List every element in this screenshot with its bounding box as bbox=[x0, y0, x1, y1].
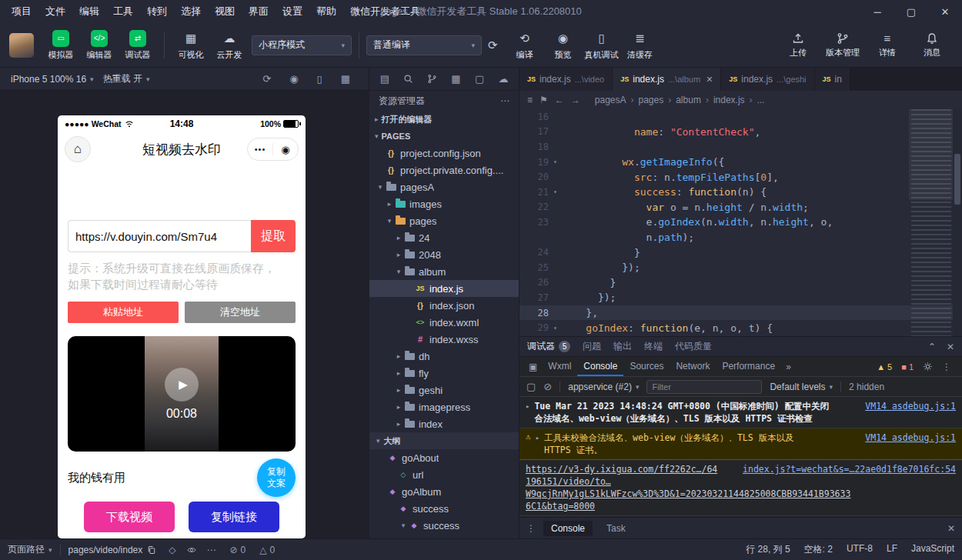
tree-item[interactable]: ▸ images bbox=[369, 195, 519, 212]
copy-path-icon[interactable] bbox=[147, 545, 156, 555]
close-minimize-button[interactable]: ◉ bbox=[273, 144, 298, 155]
remote-debug-action[interactable]: ▯ 真机调试 bbox=[583, 30, 621, 61]
compile-select[interactable]: 普通编译 ▾ bbox=[366, 35, 482, 55]
cursor-position[interactable]: 行 28, 列 5 bbox=[746, 543, 790, 556]
clear-address-button[interactable]: 清空地址 bbox=[185, 302, 296, 323]
language-mode[interactable]: JavaScript bbox=[911, 543, 954, 556]
console-filter-input[interactable]: Filter bbox=[646, 380, 762, 394]
device-select[interactable]: iPhone 5 100% 16 ▾ bbox=[6, 74, 99, 85]
minimap-viewport[interactable] bbox=[909, 109, 954, 200]
more-horizontal-icon[interactable]: ⋯ bbox=[207, 545, 216, 555]
copy-link-button[interactable]: 复制链接 bbox=[189, 502, 279, 532]
tree-item[interactable]: <> index.wxml bbox=[369, 314, 519, 331]
video-player[interactable]: ▶ 00:08 bbox=[68, 336, 296, 452]
editor-tab[interactable]: JS index.js ...\geshi bbox=[721, 68, 814, 91]
warning-counter[interactable]: △ 0 bbox=[259, 545, 275, 555]
source-control-icon[interactable] bbox=[426, 74, 439, 84]
close-button[interactable]: ✕ bbox=[928, 0, 962, 23]
mode-select[interactable]: 小程序模式 ▾ bbox=[252, 35, 352, 55]
paste-address-button[interactable]: 粘贴地址 bbox=[68, 302, 179, 323]
editor-tab[interactable]: JS index.js ...\video bbox=[519, 68, 613, 91]
tree-item[interactable]: ▸ fly bbox=[369, 365, 519, 382]
warning-count[interactable]: ▲5 bbox=[877, 362, 892, 372]
editor-tab[interactable]: JS in bbox=[815, 68, 850, 91]
menu-item[interactable]: 设置 bbox=[276, 5, 309, 18]
compile-action[interactable]: ⟲ 编译 bbox=[506, 30, 544, 61]
tree-item[interactable]: ▾ album bbox=[369, 263, 519, 280]
search-icon[interactable] bbox=[403, 74, 415, 84]
simulator-toggle[interactable]: ▭ 模拟器 bbox=[42, 30, 80, 61]
devtools-tab[interactable]: Console bbox=[577, 357, 623, 376]
close-tab-icon[interactable]: ✕ bbox=[706, 75, 713, 85]
grid-icon[interactable]: ▦ bbox=[449, 73, 462, 85]
outline-item[interactable]: ◇ url bbox=[369, 466, 519, 483]
tree-item[interactable]: {} project.config.json bbox=[369, 145, 519, 162]
outline-item[interactable]: ◆ goAlbum bbox=[369, 483, 519, 500]
tree-item[interactable]: ▾ pagesA bbox=[369, 178, 519, 195]
settings-gear-icon[interactable] bbox=[923, 362, 933, 372]
page-path-select[interactable]: 页面路径 ▾ bbox=[8, 543, 52, 556]
forward-icon[interactable]: → bbox=[571, 95, 580, 105]
menu-item[interactable]: 工具 bbox=[106, 5, 140, 18]
hot-reload-select[interactable]: 热重载 开 ▾ bbox=[99, 72, 155, 85]
menu-item[interactable]: 视图 bbox=[208, 5, 242, 18]
download-video-button[interactable]: 下载视频 bbox=[84, 502, 175, 532]
window-icon[interactable]: ▢ bbox=[473, 73, 486, 85]
devtools-tab[interactable]: Network bbox=[670, 357, 716, 376]
current-page-path[interactable]: pages/video/index bbox=[68, 545, 157, 555]
menu-item[interactable]: 文件 bbox=[38, 5, 72, 18]
menu-item[interactable]: 项目 bbox=[5, 5, 38, 18]
cloud-icon[interactable]: ☁ bbox=[497, 73, 509, 85]
devtools-tab[interactable]: Sources bbox=[623, 357, 670, 376]
refresh-compile-icon[interactable]: ⟳ bbox=[488, 38, 498, 52]
breadcrumb-item[interactable]: index.js bbox=[713, 95, 745, 105]
source-link[interactable]: VM14 asdebug.js:1 bbox=[865, 400, 956, 412]
tree-item[interactable]: ▸ geshi bbox=[369, 382, 519, 398]
home-button[interactable]: ⌂ bbox=[65, 136, 91, 162]
more-vertical-icon[interactable]: ⋮ bbox=[942, 362, 951, 372]
source-link[interactable]: index.js?t=wechat&s=…22ae0d1f8e7016fc:54 bbox=[743, 463, 956, 475]
debugger-tab[interactable]: 终端 bbox=[644, 340, 663, 353]
cloud-dev-tool[interactable]: ☁ 云开发 bbox=[210, 30, 249, 61]
close-drawer-icon[interactable]: ✕ bbox=[947, 523, 955, 534]
expand-toggle-icon[interactable]: ▸ bbox=[536, 434, 539, 442]
play-button[interactable]: ▶ bbox=[165, 368, 199, 402]
grid-icon[interactable]: ▦ bbox=[341, 73, 350, 85]
clear-console-icon[interactable]: ⊘ bbox=[543, 381, 552, 392]
minimize-button[interactable]: ─ bbox=[860, 0, 894, 23]
tree-item[interactable]: {} index.json bbox=[369, 297, 519, 314]
eye-icon[interactable] bbox=[186, 545, 197, 555]
tree-item[interactable]: ▸ dh bbox=[369, 348, 519, 365]
more-actions-icon[interactable]: ⋯ bbox=[500, 95, 509, 106]
inspect-device-icon[interactable]: ▣ bbox=[529, 362, 537, 372]
more-vertical-icon[interactable]: ⋮ bbox=[526, 523, 536, 534]
upload-button[interactable]: 上传 bbox=[776, 32, 820, 58]
minimap[interactable] bbox=[911, 109, 951, 336]
fold-icon[interactable]: ▾ bbox=[549, 158, 562, 165]
debugger-tab[interactable]: 调试器 5 bbox=[527, 340, 570, 353]
visualization-tool[interactable]: ▦ 可视化 bbox=[172, 30, 210, 61]
menu-item[interactable]: 界面 bbox=[242, 5, 276, 18]
editor-toggle[interactable]: </> 编辑器 bbox=[80, 30, 119, 61]
outline-section[interactable]: ▾ 大纲 bbox=[369, 432, 519, 449]
tree-item[interactable]: JS index.js bbox=[369, 280, 519, 297]
inspect-icon[interactable]: ◇ bbox=[169, 545, 175, 555]
drawer-tab[interactable]: Console bbox=[543, 521, 593, 536]
menu-item[interactable]: 转到 bbox=[140, 5, 174, 18]
user-avatar[interactable] bbox=[9, 33, 34, 58]
bookmark-icon[interactable]: ⚑ bbox=[539, 95, 548, 105]
back-icon[interactable]: ← bbox=[555, 95, 564, 105]
maximize-button[interactable]: ▢ bbox=[894, 0, 928, 23]
debugger-toggle[interactable]: ⇄ 调试器 bbox=[119, 30, 157, 61]
overflow-tabs-icon[interactable]: » bbox=[781, 362, 796, 372]
breadcrumb-item[interactable]: ... bbox=[757, 95, 765, 105]
tree-item[interactable]: ▸ index bbox=[369, 415, 519, 432]
breadcrumb-item[interactable]: album bbox=[676, 95, 701, 105]
debugger-tab[interactable]: 代码质量 bbox=[675, 340, 712, 353]
menu-item[interactable]: 编辑 bbox=[72, 5, 106, 18]
outline-item[interactable]: ◆ success bbox=[369, 500, 519, 517]
error-counter[interactable]: ⊘ 0 bbox=[230, 545, 246, 555]
tree-item[interactable]: ▸ 24 bbox=[369, 229, 519, 246]
encoding-setting[interactable]: UTF-8 bbox=[847, 543, 873, 556]
dock-icon[interactable]: ▢ bbox=[526, 381, 536, 392]
